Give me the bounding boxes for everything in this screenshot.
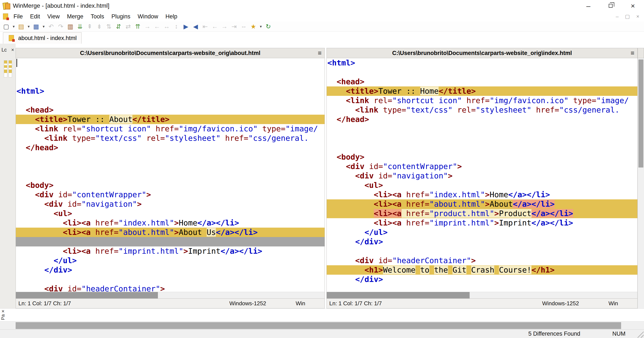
menu-file[interactable]: File — [10, 13, 26, 20]
menu-window[interactable]: Window — [134, 13, 162, 20]
menu-plugins[interactable]: Plugins — [108, 13, 134, 20]
minimize-button[interactable]: – — [577, 0, 600, 12]
mdi-restore-icon[interactable]: ▢ — [625, 14, 630, 20]
code-line: <li><a href="imprint.html">Imprint</a></… — [16, 246, 324, 256]
code-line: <head> — [327, 77, 637, 86]
location-pane: Lc × — [0, 44, 16, 308]
code-line: <title>Tower :: Home</title> — [327, 86, 637, 96]
auto-merge-icon[interactable]: ⇊ — [76, 22, 84, 31]
winmerge-tab-icon — [9, 35, 14, 41]
left-pane-statusbar: Ln: 1 Col: 1/7 Ch: 1/7 Windows-1252 Win — [16, 299, 325, 308]
copy-left-icon[interactable]: ← — [152, 22, 162, 31]
swap-panes-icon[interactable]: ⇅ — [104, 22, 114, 31]
pane-splitter[interactable] — [325, 44, 326, 308]
last-diff-icon[interactable]: ⇥ — [230, 22, 238, 31]
copy-all-right-icon[interactable]: ↔ — [162, 22, 171, 31]
location-pane-close-icon[interactable]: × — [11, 47, 14, 53]
undo-icon[interactable]: ↶ — [47, 22, 56, 31]
right-header-menu-icon[interactable]: ≡ — [630, 50, 634, 57]
next-diff-icon[interactable]: → — [220, 22, 229, 31]
right-code-editor[interactable]: <html> <head> <title>Tower :: Home</titl… — [326, 58, 638, 292]
left-hscroll-thumb[interactable] — [16, 292, 158, 298]
menu-help[interactable]: Help — [162, 13, 181, 20]
titlebar: WinMerge - [about.html - index.html] – × — [0, 0, 644, 12]
current-diff-icon[interactable]: ⇔ — [239, 22, 248, 31]
location-bar-left[interactable] — [4, 60, 7, 78]
mdi-minimize-icon[interactable]: – — [616, 14, 618, 20]
new-file-dropdown[interactable]: ▾ — [11, 22, 16, 31]
save-dropdown[interactable]: ▾ — [41, 22, 46, 31]
diff-pane-close-icon[interactable]: × — [2, 309, 4, 314]
code-line: <link rel="shortcut icon" href="img/favi… — [327, 96, 637, 105]
code-line: </div> — [327, 275, 637, 284]
file-compare-icon[interactable]: ▥ — [66, 22, 75, 31]
document-icon — [3, 14, 8, 20]
menu-items: FileEditViewMergeToolsPluginsWindowHelp — [10, 13, 181, 20]
save-icon[interactable]: ▦ — [32, 22, 41, 31]
redo-icon[interactable]: ↷ — [56, 22, 65, 31]
code-line: <div id="contentWrapper"> — [327, 162, 637, 171]
location-diff-mark — [9, 65, 12, 68]
code-line: <li><a href="about.html">About Us</a></l… — [16, 228, 324, 237]
current-diff-left-icon[interactable]: ◀ — [191, 22, 200, 31]
first-diff-icon[interactable]: ⇤ — [201, 22, 210, 31]
exchange-icon[interactable]: ⇄ — [124, 22, 133, 31]
bottom-scrollbar-thumb[interactable] — [16, 322, 621, 329]
code-line: <li><a href="index.html">Home</a></li> — [16, 218, 324, 228]
prev-conflict-icon[interactable]: ⇞ — [85, 22, 94, 31]
right-encoding: Windows-1252 — [542, 300, 608, 307]
current-diff-right-icon[interactable]: ▶ — [182, 22, 190, 31]
location-bar-right[interactable] — [8, 60, 12, 78]
code-line: </head> — [16, 143, 324, 152]
code-line: <div id="headerContainer"> — [327, 256, 637, 265]
menu-view[interactable]: View — [44, 13, 63, 20]
menu-merge[interactable]: Merge — [63, 13, 87, 20]
right-hscroll-thumb[interactable] — [327, 292, 470, 298]
new-file-icon[interactable]: ▢ — [2, 22, 11, 31]
location-pane-title: Lc — [2, 47, 7, 53]
prev-diff-icon[interactable]: ← — [210, 22, 219, 31]
left-header-menu-icon[interactable]: ≡ — [318, 50, 322, 57]
plugins-dropdown[interactable]: ▾ — [258, 22, 263, 31]
next-conflict-icon[interactable]: ⇟ — [95, 22, 104, 31]
open-icon[interactable]: ▤ — [17, 22, 26, 31]
code-line — [327, 143, 637, 152]
merge-up-icon[interactable]: ⇈ — [133, 22, 142, 31]
code-line — [327, 246, 637, 256]
left-code-editor[interactable]: <html> <head> <title>Tower :: About</tit… — [16, 58, 325, 292]
diff-filler-line — [16, 237, 324, 246]
left-encoding: Windows-1252 — [229, 300, 296, 307]
tab-label: about.html - index.html — [18, 35, 76, 42]
plugins-icon[interactable]: ★ — [249, 22, 258, 31]
refresh-icon[interactable]: ↻ — [264, 22, 273, 31]
location-diff-mark — [4, 70, 7, 73]
open-dropdown[interactable]: ▾ — [26, 22, 31, 31]
close-button[interactable]: × — [622, 0, 644, 12]
bottom-scrollbar[interactable] — [0, 321, 644, 330]
code-line: <li><a href="about.html">About</a></li> — [327, 200, 637, 209]
code-line: </ul> — [327, 228, 637, 237]
code-line: <link rel="shortcut icon" href="img/favi… — [16, 124, 324, 134]
restore-button[interactable] — [600, 0, 622, 12]
vscroll-thumb[interactable] — [638, 60, 643, 168]
compare-selection-icon[interactable]: ⇵ — [114, 22, 123, 31]
copy-right-icon[interactable]: → — [143, 22, 152, 31]
vertical-scrollbar[interactable] — [638, 58, 644, 308]
mdi-child-controls: –▢× — [616, 14, 644, 20]
location-diff-mark — [9, 68, 12, 70]
left-horizontal-scrollbar[interactable] — [16, 292, 325, 299]
resize-grip-icon[interactable] — [636, 330, 644, 338]
menu-edit[interactable]: Edit — [26, 13, 44, 20]
right-file-pane: C:\Users\brunobrito\Documents\carparts-w… — [326, 48, 638, 308]
right-horizontal-scrollbar[interactable] — [326, 292, 638, 299]
mdi-close-icon[interactable]: × — [636, 14, 639, 20]
copy-all-left-icon[interactable]: ↕ — [172, 22, 181, 31]
left-pane-header[interactable]: C:\Users\brunobrito\Documents\carparts-w… — [16, 48, 325, 58]
menu-tools[interactable]: Tools — [87, 13, 108, 20]
right-pane-header[interactable]: C:\Users\brunobrito\Documents\carparts-w… — [326, 48, 638, 58]
tab-about-index[interactable]: about.html - index.html — [3, 32, 82, 44]
diff-pane-title: Diff Pa — [0, 314, 6, 322]
code-line — [16, 96, 324, 105]
window-title: WinMerge - [about.html - index.html] — [13, 2, 109, 9]
location-diff-mark — [4, 68, 7, 70]
